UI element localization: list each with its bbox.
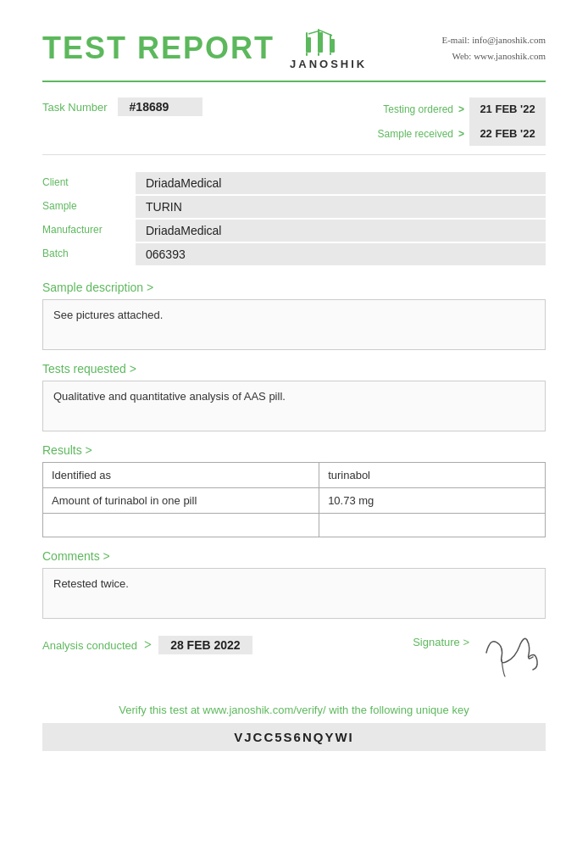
arrow-1: > [458,100,464,120]
sample-received-row: Sample received > 22 FEB '22 [378,122,546,147]
sample-label: Sample [42,196,136,218]
table-cell: 10.73 mg [319,488,546,514]
sample-description-section: Sample description > See pictures attach… [42,281,546,350]
testing-ordered-date: 21 FEB '22 [469,97,546,122]
arrow-2: > [458,125,464,144]
logo-icon [299,25,358,58]
batch-value: 066393 [136,243,546,265]
client-label: Client [42,172,136,194]
testing-ordered-row: Testing ordered > 21 FEB '22 [378,97,546,122]
svg-rect-6 [330,39,335,53]
sample-description-content: See pictures attached. [42,299,546,350]
table-cell: Identified as [43,463,319,488]
verify-section: Verify this test at www.janoshik.com/ver… [42,704,546,751]
sample-row: Sample TURIN [42,196,546,218]
tests-requested-content: Qualitative and quantitative analysis of… [42,381,546,431]
svg-rect-8 [330,53,331,55]
comments-heading: Comments > [42,549,546,563]
verify-text: Verify this test at www.janoshik.com/ver… [42,704,546,716]
logo-area: JANOSHIK [290,25,367,70]
batch-row: Batch 066393 [42,243,546,265]
batch-label: Batch [42,243,136,265]
header-web: Web: www.janoshik.com [441,48,546,64]
arrow-analysis: > [144,637,152,653]
table-cell: turinabol [319,463,546,488]
client-row: Client DriadaMedical [42,172,546,194]
results-table: Identified asturinabolAmount of turinabo… [42,462,546,537]
report-title: TEST REPORT [42,31,275,66]
sample-received-date: 22 FEB '22 [469,122,546,147]
table-row [43,514,546,537]
client-value: DriadaMedical [136,172,546,194]
analysis-date: 28 FEB 2022 [158,636,252,654]
tests-requested-heading: Tests requested > [42,362,546,376]
header: TEST REPORT JANOSHIK E-mail: info@janosh… [42,25,546,82]
svg-rect-0 [306,37,311,53]
task-number-label: Task Number [42,101,108,114]
table-cell [43,514,319,537]
results-heading: Results > [42,443,546,457]
signature-image [478,627,546,678]
verify-key: VJCC5S6NQYWI [42,723,546,751]
svg-rect-1 [306,32,308,39]
analysis-label: Analysis conducted [42,639,137,652]
header-email: E-mail: info@janoshik.com [441,32,546,48]
svg-rect-3 [318,32,323,53]
signature-label: Signature > [413,636,469,648]
comments-content: Retested twice. [42,568,546,619]
table-row: Identified asturinabol [43,463,546,488]
table-cell [319,514,546,537]
svg-rect-2 [306,53,308,56]
dates-section: Testing ordered > 21 FEB '22 Sample rece… [378,97,546,146]
manufacturer-label: Manufacturer [42,220,136,242]
table-cell: Amount of turinabol in one pill [43,488,319,514]
task-row: Task Number #18689 Testing ordered > 21 … [42,97,546,155]
results-section: Results > Identified asturinabolAmount o… [42,443,546,537]
signature-section: Signature > [413,636,546,687]
table-row: Amount of turinabol in one pill10.73 mg [43,488,546,514]
sample-description-heading: Sample description > [42,281,546,294]
tests-requested-section: Tests requested > Qualitative and quanti… [42,362,546,431]
sample-value: TURIN [136,196,546,218]
task-number-value: #18689 [118,97,202,116]
svg-rect-5 [318,53,319,56]
testing-ordered-label: Testing ordered [383,100,453,120]
manufacturer-row: Manufacturer DriadaMedical [42,220,546,242]
comments-section: Comments > Retested twice. [42,549,546,619]
info-section: Client DriadaMedical Sample TURIN Manufa… [42,172,546,265]
analysis-section: Analysis conducted > 28 FEB 2022 [42,636,252,654]
sample-received-label: Sample received [378,125,453,144]
header-left: TEST REPORT JANOSHIK [42,25,367,70]
bottom-row: Analysis conducted > 28 FEB 2022 Signatu… [42,636,546,687]
manufacturer-value: DriadaMedical [136,220,546,242]
task-number-section: Task Number #18689 [42,97,202,116]
header-contact: E-mail: info@janoshik.com Web: www.janos… [441,32,546,64]
logo-name: JANOSHIK [290,58,367,70]
